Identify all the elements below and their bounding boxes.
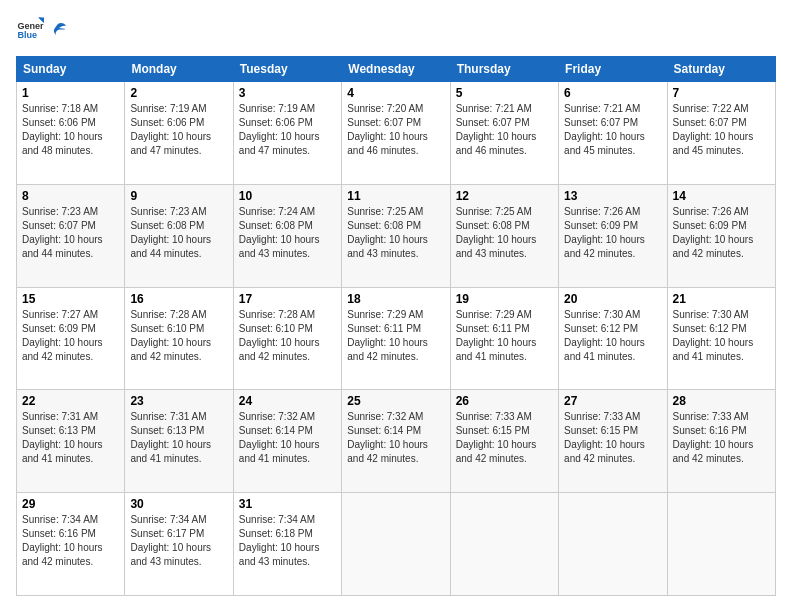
day-info: Sunrise: 7:26 AMSunset: 6:09 PMDaylight:… bbox=[673, 205, 770, 261]
day-number: 25 bbox=[347, 394, 444, 408]
day-cell-30: 30Sunrise: 7:34 AMSunset: 6:17 PMDayligh… bbox=[125, 493, 233, 596]
day-info: Sunrise: 7:33 AMSunset: 6:15 PMDaylight:… bbox=[564, 410, 661, 466]
day-number: 23 bbox=[130, 394, 227, 408]
day-number: 8 bbox=[22, 189, 119, 203]
day-number: 22 bbox=[22, 394, 119, 408]
day-info: Sunrise: 7:31 AMSunset: 6:13 PMDaylight:… bbox=[22, 410, 119, 466]
week-row-1: 1Sunrise: 7:18 AMSunset: 6:06 PMDaylight… bbox=[17, 82, 776, 185]
day-cell-10: 10Sunrise: 7:24 AMSunset: 6:08 PMDayligh… bbox=[233, 184, 341, 287]
day-cell-26: 26Sunrise: 7:33 AMSunset: 6:15 PMDayligh… bbox=[450, 390, 558, 493]
day-info: Sunrise: 7:19 AMSunset: 6:06 PMDaylight:… bbox=[130, 102, 227, 158]
day-number: 1 bbox=[22, 86, 119, 100]
day-info: Sunrise: 7:29 AMSunset: 6:11 PMDaylight:… bbox=[347, 308, 444, 364]
day-number: 16 bbox=[130, 292, 227, 306]
empty-cell bbox=[667, 493, 775, 596]
day-cell-14: 14Sunrise: 7:26 AMSunset: 6:09 PMDayligh… bbox=[667, 184, 775, 287]
week-row-3: 15Sunrise: 7:27 AMSunset: 6:09 PMDayligh… bbox=[17, 287, 776, 390]
day-cell-21: 21Sunrise: 7:30 AMSunset: 6:12 PMDayligh… bbox=[667, 287, 775, 390]
weekday-header-friday: Friday bbox=[559, 57, 667, 82]
day-info: Sunrise: 7:32 AMSunset: 6:14 PMDaylight:… bbox=[239, 410, 336, 466]
weekday-header-wednesday: Wednesday bbox=[342, 57, 450, 82]
day-number: 13 bbox=[564, 189, 661, 203]
day-number: 3 bbox=[239, 86, 336, 100]
day-cell-4: 4Sunrise: 7:20 AMSunset: 6:07 PMDaylight… bbox=[342, 82, 450, 185]
weekday-header-sunday: Sunday bbox=[17, 57, 125, 82]
day-info: Sunrise: 7:28 AMSunset: 6:10 PMDaylight:… bbox=[239, 308, 336, 364]
day-number: 29 bbox=[22, 497, 119, 511]
header: General Blue bbox=[16, 16, 776, 44]
day-info: Sunrise: 7:34 AMSunset: 6:17 PMDaylight:… bbox=[130, 513, 227, 569]
day-number: 18 bbox=[347, 292, 444, 306]
day-info: Sunrise: 7:25 AMSunset: 6:08 PMDaylight:… bbox=[347, 205, 444, 261]
day-info: Sunrise: 7:32 AMSunset: 6:14 PMDaylight:… bbox=[347, 410, 444, 466]
day-info: Sunrise: 7:34 AMSunset: 6:18 PMDaylight:… bbox=[239, 513, 336, 569]
day-number: 24 bbox=[239, 394, 336, 408]
day-cell-25: 25Sunrise: 7:32 AMSunset: 6:14 PMDayligh… bbox=[342, 390, 450, 493]
weekday-header-thursday: Thursday bbox=[450, 57, 558, 82]
day-number: 21 bbox=[673, 292, 770, 306]
day-info: Sunrise: 7:33 AMSunset: 6:16 PMDaylight:… bbox=[673, 410, 770, 466]
day-number: 4 bbox=[347, 86, 444, 100]
weekday-header-row: SundayMondayTuesdayWednesdayThursdayFrid… bbox=[17, 57, 776, 82]
week-row-4: 22Sunrise: 7:31 AMSunset: 6:13 PMDayligh… bbox=[17, 390, 776, 493]
logo-icon: General Blue bbox=[16, 16, 44, 44]
day-cell-1: 1Sunrise: 7:18 AMSunset: 6:06 PMDaylight… bbox=[17, 82, 125, 185]
day-number: 28 bbox=[673, 394, 770, 408]
day-info: Sunrise: 7:22 AMSunset: 6:07 PMDaylight:… bbox=[673, 102, 770, 158]
calendar-page: General Blue SundayMondayT bbox=[0, 0, 792, 612]
day-cell-8: 8Sunrise: 7:23 AMSunset: 6:07 PMDaylight… bbox=[17, 184, 125, 287]
day-info: Sunrise: 7:27 AMSunset: 6:09 PMDaylight:… bbox=[22, 308, 119, 364]
calendar-table: SundayMondayTuesdayWednesdayThursdayFrid… bbox=[16, 56, 776, 596]
weekday-header-saturday: Saturday bbox=[667, 57, 775, 82]
weekday-header-tuesday: Tuesday bbox=[233, 57, 341, 82]
svg-text:Blue: Blue bbox=[17, 30, 37, 40]
empty-cell bbox=[342, 493, 450, 596]
day-cell-17: 17Sunrise: 7:28 AMSunset: 6:10 PMDayligh… bbox=[233, 287, 341, 390]
day-number: 12 bbox=[456, 189, 553, 203]
day-info: Sunrise: 7:24 AMSunset: 6:08 PMDaylight:… bbox=[239, 205, 336, 261]
day-number: 6 bbox=[564, 86, 661, 100]
day-number: 2 bbox=[130, 86, 227, 100]
day-cell-7: 7Sunrise: 7:22 AMSunset: 6:07 PMDaylight… bbox=[667, 82, 775, 185]
day-cell-9: 9Sunrise: 7:23 AMSunset: 6:08 PMDaylight… bbox=[125, 184, 233, 287]
day-cell-15: 15Sunrise: 7:27 AMSunset: 6:09 PMDayligh… bbox=[17, 287, 125, 390]
day-info: Sunrise: 7:23 AMSunset: 6:08 PMDaylight:… bbox=[130, 205, 227, 261]
day-info: Sunrise: 7:30 AMSunset: 6:12 PMDaylight:… bbox=[673, 308, 770, 364]
empty-cell bbox=[559, 493, 667, 596]
empty-cell bbox=[450, 493, 558, 596]
day-number: 20 bbox=[564, 292, 661, 306]
logo-bird-icon bbox=[49, 21, 67, 39]
day-cell-5: 5Sunrise: 7:21 AMSunset: 6:07 PMDaylight… bbox=[450, 82, 558, 185]
day-cell-6: 6Sunrise: 7:21 AMSunset: 6:07 PMDaylight… bbox=[559, 82, 667, 185]
logo: General Blue bbox=[16, 16, 67, 44]
day-info: Sunrise: 7:34 AMSunset: 6:16 PMDaylight:… bbox=[22, 513, 119, 569]
day-number: 10 bbox=[239, 189, 336, 203]
day-cell-3: 3Sunrise: 7:19 AMSunset: 6:06 PMDaylight… bbox=[233, 82, 341, 185]
day-cell-16: 16Sunrise: 7:28 AMSunset: 6:10 PMDayligh… bbox=[125, 287, 233, 390]
day-number: 17 bbox=[239, 292, 336, 306]
day-info: Sunrise: 7:29 AMSunset: 6:11 PMDaylight:… bbox=[456, 308, 553, 364]
day-info: Sunrise: 7:30 AMSunset: 6:12 PMDaylight:… bbox=[564, 308, 661, 364]
day-cell-28: 28Sunrise: 7:33 AMSunset: 6:16 PMDayligh… bbox=[667, 390, 775, 493]
day-cell-22: 22Sunrise: 7:31 AMSunset: 6:13 PMDayligh… bbox=[17, 390, 125, 493]
day-number: 11 bbox=[347, 189, 444, 203]
day-info: Sunrise: 7:21 AMSunset: 6:07 PMDaylight:… bbox=[456, 102, 553, 158]
day-info: Sunrise: 7:18 AMSunset: 6:06 PMDaylight:… bbox=[22, 102, 119, 158]
day-info: Sunrise: 7:19 AMSunset: 6:06 PMDaylight:… bbox=[239, 102, 336, 158]
day-cell-31: 31Sunrise: 7:34 AMSunset: 6:18 PMDayligh… bbox=[233, 493, 341, 596]
day-info: Sunrise: 7:33 AMSunset: 6:15 PMDaylight:… bbox=[456, 410, 553, 466]
day-number: 7 bbox=[673, 86, 770, 100]
day-info: Sunrise: 7:26 AMSunset: 6:09 PMDaylight:… bbox=[564, 205, 661, 261]
day-cell-2: 2Sunrise: 7:19 AMSunset: 6:06 PMDaylight… bbox=[125, 82, 233, 185]
day-cell-29: 29Sunrise: 7:34 AMSunset: 6:16 PMDayligh… bbox=[17, 493, 125, 596]
day-info: Sunrise: 7:23 AMSunset: 6:07 PMDaylight:… bbox=[22, 205, 119, 261]
day-number: 27 bbox=[564, 394, 661, 408]
day-number: 26 bbox=[456, 394, 553, 408]
day-number: 19 bbox=[456, 292, 553, 306]
day-number: 15 bbox=[22, 292, 119, 306]
day-info: Sunrise: 7:25 AMSunset: 6:08 PMDaylight:… bbox=[456, 205, 553, 261]
day-info: Sunrise: 7:21 AMSunset: 6:07 PMDaylight:… bbox=[564, 102, 661, 158]
day-number: 5 bbox=[456, 86, 553, 100]
day-cell-23: 23Sunrise: 7:31 AMSunset: 6:13 PMDayligh… bbox=[125, 390, 233, 493]
day-cell-24: 24Sunrise: 7:32 AMSunset: 6:14 PMDayligh… bbox=[233, 390, 341, 493]
